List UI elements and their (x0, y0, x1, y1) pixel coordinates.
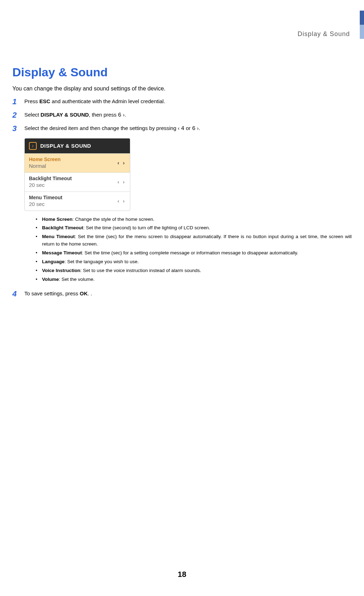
intro-text: You can change the display and sound set… (12, 85, 352, 92)
bullet-term: Message Timeout (42, 250, 82, 255)
bullet-term: Volume (42, 277, 59, 282)
bullet-text: Message Timeout: Set the time (sec) for … (42, 249, 352, 257)
step-2-number: 2 (12, 111, 24, 119)
bullet-voice-instruction: • Voice Instruction: Set to use the voic… (35, 267, 352, 275)
screenshot-row-label: Menu Timeout (29, 195, 62, 200)
display-sound-icon: ♪ (29, 142, 37, 150)
page-title: Display & Sound (12, 65, 352, 79)
step-2-post1: , then press (89, 112, 118, 118)
step-2-bold: DISPLAY & SOUND (41, 112, 89, 118)
bullet-dot: • (35, 249, 42, 257)
screenshot-row-menu-timeout: Menu Timeout 20 sec ‹ › (25, 191, 130, 211)
step-3-pre: Select the desired item and then change … (24, 125, 178, 131)
screenshot-arrows: ‹ › (118, 179, 126, 185)
bullet-dot: • (35, 224, 42, 232)
step-4-pre: To save settings, press (24, 290, 80, 296)
bullet-desc: : Change the style of the home screen. (72, 217, 154, 222)
screenshot-row-labels: Menu Timeout 20 sec (29, 195, 62, 207)
bullet-desc: : Set the language you wish to use. (65, 259, 139, 264)
step-1-text: Press ESC and authenticate with the Admi… (24, 98, 352, 106)
bullet-dot: • (35, 258, 42, 266)
step-4-text: To save settings, press OK. . (24, 290, 352, 298)
bullet-menu-timeout: • Menu Timeout: Set the time (sec) for t… (35, 233, 352, 248)
step-3-text: Select the desired item and then change … (24, 124, 352, 133)
step-1: 1 Press ESC and authenticate with the Ad… (12, 98, 352, 106)
screenshot-row-label: Home Screen (29, 157, 60, 162)
step-2-post2: . (125, 112, 126, 118)
bullet-list: • Home Screen: Change the style of the h… (35, 216, 352, 283)
step-1-bold: ESC (40, 98, 50, 104)
step-2: 2 Select DISPLAY & SOUND, then press 6 ›… (12, 111, 352, 119)
bullet-text: Voice Instruction: Set to use the voice … (42, 267, 352, 275)
bullet-term: Language (42, 259, 65, 264)
screenshot-header-title: DISPLAY & SOUND (40, 143, 91, 149)
header-section-label: Display & Sound (298, 30, 350, 38)
bullet-term: Voice Instruction (42, 268, 80, 273)
step-2-text: Select DISPLAY & SOUND, then press 6 ›. (24, 111, 352, 119)
screenshot-row-labels: Home Screen Normal (29, 157, 60, 169)
screenshot-row-backlight: Backlight Timeout 20 sec ‹ › (25, 172, 130, 191)
step-3-key2: 6 (192, 125, 196, 132)
screenshot-row-value: 20 sec (29, 182, 72, 188)
bullet-dot: • (35, 267, 42, 275)
bullet-desc: : Set the time (sec) for the menu screen… (42, 234, 352, 247)
step-3-key1: 4 (181, 125, 185, 132)
bullet-term: Home Screen (42, 217, 72, 222)
step-3-mid: or (184, 125, 192, 131)
bullet-desc: : Set the time (sec) for a setting compl… (82, 250, 298, 255)
screenshot-row-labels: Backlight Timeout 20 sec (29, 176, 72, 188)
bullet-text: Menu Timeout: Set the time (sec) for the… (42, 233, 352, 248)
bullet-message-timeout: • Message Timeout: Set the time (sec) fo… (35, 249, 352, 257)
bullet-home-screen: • Home Screen: Change the style of the h… (35, 216, 352, 223)
screenshot-row-home-screen: Home Screen Normal ‹ › (25, 153, 130, 172)
step-3: 3 Select the desired item and then chang… (12, 124, 352, 133)
bullet-text: Volume: Set the volume. (42, 276, 352, 283)
page-number: 18 (0, 570, 364, 579)
step-4: 4 To save settings, press OK. . (12, 290, 352, 298)
screenshot-arrows: ‹ › (118, 198, 126, 204)
bullet-desc: : Set to use the voice instruction inste… (80, 268, 201, 273)
step-4-bold: OK (80, 290, 88, 296)
step-1-number: 1 (12, 98, 24, 106)
step-2-pre: Select (24, 112, 41, 118)
bullet-dot: • (35, 276, 42, 283)
screenshot-arrows: ‹ › (118, 160, 126, 166)
step-4-number: 4 (12, 290, 24, 298)
screenshot-row-value: 20 sec (29, 201, 62, 207)
bullet-term: Backlight Timeout (42, 225, 83, 230)
step-1-pre: Press (24, 98, 40, 104)
content-area: Display & Sound You can change the displ… (12, 65, 352, 303)
bullet-dot: • (35, 233, 42, 241)
bullet-text: Language: Set the language you wish to u… (42, 258, 352, 266)
step-4-post: . . (88, 290, 92, 296)
bullet-term: Menu Timeout (42, 234, 75, 239)
page-tab-highlight (360, 11, 364, 25)
screenshot-header: ♪ DISPLAY & SOUND (25, 138, 130, 153)
bullet-text: Home Screen: Change the style of the hom… (42, 216, 352, 223)
step-3-number: 3 (12, 124, 24, 133)
step-2-key1: 6 (118, 112, 121, 118)
screenshot-row-label: Backlight Timeout (29, 176, 72, 181)
bullet-language: • Language: Set the language you wish to… (35, 258, 352, 266)
bullet-backlight-timeout: • Backlight Timeout: Set the time (secon… (35, 224, 352, 232)
bullet-desc: : Set the time (second) to turn off the … (83, 225, 210, 230)
device-screenshot: ♪ DISPLAY & SOUND Home Screen Normal ‹ ›… (24, 138, 130, 211)
bullet-volume: • Volume: Set the volume. (35, 276, 352, 283)
bullet-dot: • (35, 216, 42, 223)
bullet-desc: : Set the volume. (59, 277, 95, 282)
screenshot-row-value: Normal (29, 163, 60, 169)
step-1-post: and authenticate with the Admin level cr… (50, 98, 165, 104)
step-3-post: . (199, 125, 200, 131)
bullet-text: Backlight Timeout: Set the time (second)… (42, 224, 352, 232)
